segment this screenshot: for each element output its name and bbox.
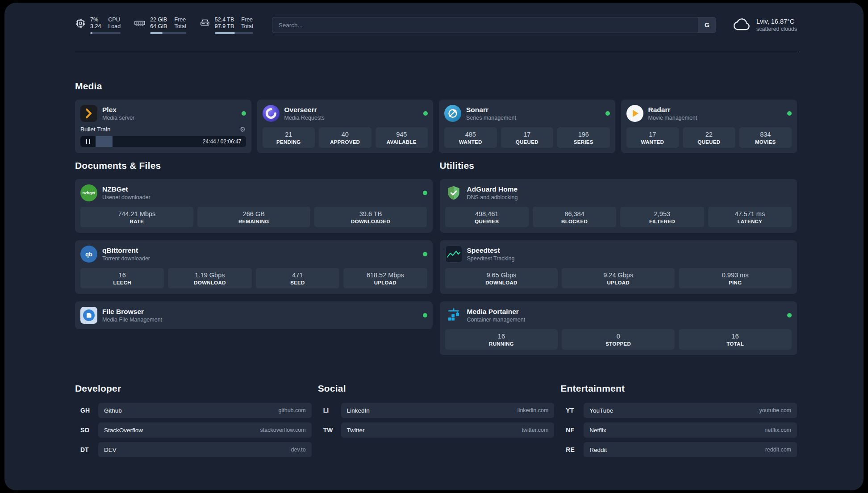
bookmark-github[interactable]: Github github.com (98, 403, 312, 418)
stat-value: 16 (119, 272, 126, 279)
bookmark-twitter[interactable]: Twitter twitter.com (341, 422, 555, 438)
qbittorrent-card: qb qBittorrent Torrent downloader 16 LEE… (75, 240, 433, 294)
bookmark-stackoverflow[interactable]: StackOverflow stackoverflow.com (98, 422, 312, 438)
stat-label: APPROVED (330, 139, 360, 145)
bookmark-name: LinkedIn (347, 407, 370, 414)
stat-label: STOPPED (605, 341, 631, 347)
memory-free-value: 22 GiB (150, 17, 167, 23)
radarr-app[interactable]: Radarr Movie management (626, 105, 792, 122)
storage-total-value: 97.9 TB (215, 23, 234, 29)
hard-drive-icon (200, 18, 210, 34)
cpu-usage-bar (90, 32, 121, 34)
pause-button[interactable] (80, 136, 96, 147)
stat-value: 2,953 (654, 210, 670, 217)
cpu-percent: 7% (90, 17, 101, 23)
stat-available: 945 AVAILABLE (376, 127, 428, 148)
bookmark-dev[interactable]: DEV dev.to (98, 442, 312, 457)
stat-label: FILTERED (649, 219, 675, 224)
cpu-chip-icon (75, 18, 86, 34)
stat-value: 22 (705, 131, 713, 138)
status-dot (423, 111, 428, 116)
stat-label: REMAINING (238, 219, 269, 224)
section-title-developer: Developer (75, 383, 312, 394)
bookmark-url: github.com (279, 407, 306, 414)
speedtest-card: Speedtest Speedtest Tracking 9.65 Gbps D… (440, 240, 797, 294)
bookmark-url: twitter.com (522, 427, 549, 433)
storage-free-value: 52.4 TB (215, 17, 234, 23)
stat-label: WANTED (641, 139, 664, 145)
stat-filtered: 2,953 FILTERED (620, 207, 704, 227)
bookmark-abbr: GH (75, 407, 98, 414)
bookmark-abbr: YT (560, 407, 584, 414)
stat-latency: 47.571 ms LATENCY (708, 207, 792, 227)
stat-value: 0.993 ms (722, 272, 749, 279)
cpu-load-value: 3.24 (90, 23, 101, 29)
filebrowser-app[interactable]: File Browser Media File Management (80, 307, 427, 324)
speedtest-app[interactable]: Speedtest Speedtest Tracking (445, 246, 792, 263)
bookmark-url: netflix.com (764, 427, 791, 433)
stat-wanted: 17 WANTED (626, 127, 679, 148)
app-subtitle: Usenet downloader (102, 194, 150, 201)
stat-value: 86,384 (564, 210, 584, 217)
stat-label: WANTED (459, 139, 482, 145)
bookmark-row: LI LinkedIn linkedin.com (318, 403, 555, 418)
radarr-card: Radarr Movie management 17 WANTED 22 QUE… (621, 100, 797, 153)
overseerr-card: Overseerr Media Requests 21 PENDING 40 A… (257, 100, 434, 153)
bookmark-netflix[interactable]: Netflix netflix.com (584, 422, 797, 438)
qbittorrent-app[interactable]: qb qBittorrent Torrent downloader (80, 246, 427, 263)
radarr-icon (626, 105, 643, 122)
stat-series: 196 SERIES (557, 127, 610, 148)
stat-value: 485 (465, 131, 476, 138)
stat-approved: 40 APPROVED (319, 127, 371, 148)
search-input[interactable] (272, 17, 698, 33)
developer-column: Developer GH Github github.com SO StackO… (75, 383, 312, 462)
filebrowser-card: File Browser Media File Management (75, 301, 433, 329)
stat-value: 16 (498, 333, 505, 340)
nzbget-app[interactable]: nzbget NZBGet Usenet downloader (80, 184, 427, 201)
stat-label: SEED (290, 280, 305, 285)
adguard-app[interactable]: AdGuard Home DNS and adblocking (445, 184, 792, 201)
section-title-social: Social (318, 383, 555, 394)
utilities-column: Utilities AdGuard Home DNS and adblockin… (440, 160, 797, 363)
stat-value: 9.24 Gbps (603, 272, 633, 279)
bookmark-youtube[interactable]: YouTube youtube.com (584, 403, 797, 418)
speedtest-graph-icon (445, 246, 462, 263)
stat-label: QUEUED (516, 139, 538, 145)
qbittorrent-icon: qb (80, 246, 97, 263)
overseerr-app[interactable]: Overseerr Media Requests (263, 105, 428, 122)
search-bar: G (272, 17, 716, 33)
status-dot (787, 111, 792, 116)
storage-free-label: Free (241, 17, 253, 23)
playback-time: 24:44 / 02:06:47 (203, 138, 242, 145)
section-title-utilities: Utilities (440, 160, 797, 171)
stat-value: 16 (732, 333, 739, 340)
stat-value: 21 (285, 131, 292, 138)
now-playing-title: Bullet Train (80, 126, 111, 133)
settings-gear-icon[interactable]: ⚙ (240, 126, 246, 133)
portainer-app[interactable]: Media Portainer Container management (445, 307, 792, 324)
bookmark-abbr: TW (318, 426, 341, 434)
seek-bar[interactable]: 24:44 / 02:06:47 (80, 136, 246, 147)
stat-queries: 498,461 QUERIES (445, 207, 529, 227)
status-dot (423, 191, 427, 195)
bookmark-url: stackoverflow.com (260, 427, 306, 433)
nzbget-icon-text: nzbget (83, 191, 96, 195)
bookmark-name: Github (104, 407, 122, 414)
search-engine-button[interactable]: G (698, 17, 716, 33)
section-title-entertainment: Entertainment (560, 383, 797, 394)
plex-app[interactable]: Plex Media server (80, 105, 246, 122)
stat-value: 17 (649, 131, 656, 138)
plex-icon (80, 105, 97, 122)
status-dot (423, 313, 427, 318)
bookmark-url: youtube.com (759, 407, 791, 414)
bookmark-abbr: NF (560, 426, 584, 434)
sonarr-app[interactable]: Sonarr Series management (444, 105, 610, 122)
bookmark-reddit[interactable]: Reddit reddit.com (584, 442, 797, 457)
bookmark-linkedin[interactable]: LinkedIn linkedin.com (341, 403, 555, 418)
qbittorrent-icon-text: qb (85, 251, 92, 258)
stat-label: UPLOAD (374, 280, 396, 285)
bookmark-row: TW Twitter twitter.com (318, 422, 555, 438)
ram-icon (134, 18, 146, 34)
bookmark-url: linkedin.com (517, 407, 548, 414)
cpu-stat: 7% CPU 3.24 Load (75, 17, 121, 34)
